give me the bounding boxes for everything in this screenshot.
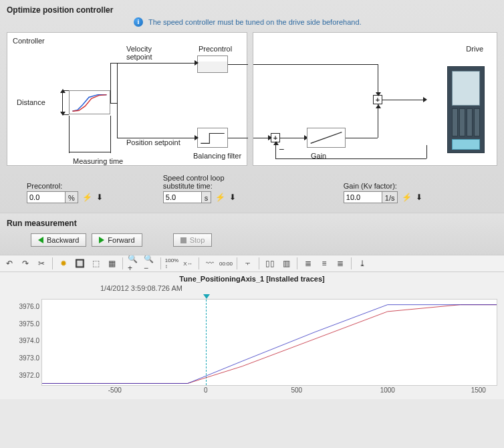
page-title: Optimize position controller — [7, 5, 497, 15]
balancing-filter-block — [197, 128, 228, 148]
auto-tune-icon[interactable]: ⚡ — [402, 193, 412, 202]
align-center-icon[interactable]: ▥ — [279, 257, 293, 270]
distance-chart-block — [69, 90, 110, 114]
drive-device — [447, 66, 485, 153]
balancing-filter-label: Balancing filter — [193, 152, 241, 160]
align-1-icon[interactable]: ≡ — [318, 257, 331, 270]
trace-timestamp: 1/4/2012 3:59:08.726 AM — [100, 284, 182, 292]
precontrol-block — [197, 55, 228, 73]
info-text: The speed controller must be tuned on th… — [148, 18, 362, 26]
trace-title: Tune_PositioningAxis_1 [Installed traces… — [0, 275, 504, 283]
backward-button[interactable]: Backward — [31, 233, 86, 247]
sub-time-input[interactable] — [163, 191, 202, 203]
measuring-time-label: Measuring time — [73, 157, 123, 165]
precontrol-label: Precontrol — [199, 45, 232, 53]
time-icon[interactable]: 00:00 — [219, 257, 233, 270]
forward-label: Forward — [108, 236, 134, 244]
y-tick: 3976.0 — [19, 303, 39, 310]
drive-label: Drive — [466, 45, 483, 53]
trace-toolbar: ↶ ↷ ✂ ✹ 🔲 ⬚ ▦ 🔍+ 🔍− 100%↕ X↔ 〰 00:00 ⫟ ▯… — [0, 255, 504, 272]
stop-icon — [180, 237, 186, 243]
run-measurement-title: Run measurement — [7, 219, 497, 228]
gain-unit: 1/s — [382, 191, 398, 203]
cursor-handle-icon[interactable] — [203, 294, 210, 299]
split-icon[interactable]: ⫟ — [241, 257, 255, 270]
gain-block — [307, 128, 346, 148]
zoom-area-icon[interactable]: 🔲 — [73, 257, 86, 270]
y-tick: 3972.0 — [19, 371, 39, 378]
x-tick: 1000 — [380, 386, 395, 394]
stop-button[interactable]: Stop — [173, 233, 213, 247]
gear-icon[interactable]: ✹ — [57, 257, 70, 270]
undo-icon[interactable]: ↶ — [3, 257, 16, 270]
auto-tune-icon[interactable]: ⚡ — [82, 193, 92, 202]
x-tick: 1500 — [471, 386, 486, 394]
zoom-y-icon[interactable]: ▦ — [105, 257, 118, 270]
sub-time-unit: s — [202, 191, 212, 203]
info-banner: i The speed controller must be tuned on … — [134, 17, 497, 27]
precontrol-unit: % — [66, 191, 78, 203]
param-gain: Gain (Kv factor): 1/s ⚡ ⬇ — [344, 182, 423, 203]
download-icon[interactable]: ⬇ — [96, 193, 103, 202]
gain-input[interactable] — [344, 191, 382, 203]
velocity-setpoint-label: Velocity setpoint — [126, 45, 166, 61]
sub-time-field-label: Speed control loop substitute time: — [163, 174, 250, 190]
distance-label: Distance — [17, 98, 45, 106]
precontrol-field-label: Precontrol: — [27, 182, 103, 190]
y-tick: 3974.0 — [19, 337, 39, 344]
y-tick: 3975.0 — [19, 320, 39, 327]
align-2-icon[interactable]: ≣ — [334, 257, 347, 270]
chart-icon[interactable]: 〰 — [203, 257, 217, 270]
backward-label: Backward — [47, 236, 79, 244]
param-sub-time: Speed control loop substitute time: s ⚡ … — [163, 174, 250, 203]
x-tick: -500 — [108, 386, 122, 394]
download-icon[interactable]: ⬇ — [229, 193, 236, 202]
play-left-icon — [38, 237, 43, 243]
diagram-controller: Controller Velocity setpoint Precontrol … — [7, 32, 247, 166]
forward-button[interactable]: Forward — [92, 233, 142, 247]
precontrol-input[interactable] — [27, 191, 66, 203]
stop-label: Stop — [190, 236, 205, 244]
download-icon[interactable]: ⬇ — [416, 193, 422, 202]
zoom-in-icon[interactable]: 🔍+ — [127, 257, 140, 270]
trace-plot[interactable]: 3976.0 3975.0 3974.0 3973.0 3972.0 -500 … — [41, 299, 497, 386]
trace-svg — [42, 300, 497, 385]
auto-tune-icon[interactable]: ⚡ — [215, 193, 225, 202]
redo-icon[interactable]: ↷ — [19, 257, 32, 270]
controller-label: Controller — [13, 37, 45, 45]
list-icon[interactable]: ≣ — [301, 257, 315, 270]
cursor-icon[interactable]: ✂ — [35, 257, 48, 270]
minus-label: − — [279, 144, 284, 154]
fit-100-icon[interactable]: 100%↕ — [165, 257, 178, 270]
param-precontrol: Precontrol: % ⚡ ⬇ — [27, 182, 103, 203]
position-setpoint-label: Position setpoint — [126, 138, 180, 146]
summing-junction-2: + — [373, 95, 382, 104]
diagram-drive: Drive Gain + − + — [253, 32, 497, 166]
zoom-out-icon[interactable]: 🔍− — [143, 257, 156, 270]
x-tick: 0 — [204, 386, 208, 394]
fit-x-icon[interactable]: X↔ — [181, 257, 195, 270]
zoom-x-icon[interactable]: ⬚ — [89, 257, 102, 270]
play-right-icon — [99, 237, 104, 243]
align-left-icon[interactable]: ▯▯ — [263, 257, 277, 270]
y-tick: 3973.0 — [19, 354, 39, 362]
gain-field-label: Gain (Kv factor): — [344, 182, 423, 190]
info-icon: i — [134, 17, 143, 27]
export-icon[interactable]: ⤓ — [356, 257, 369, 270]
x-tick: 500 — [291, 386, 302, 394]
trace-area: Tune_PositioningAxis_1 [Installed traces… — [0, 272, 504, 399]
